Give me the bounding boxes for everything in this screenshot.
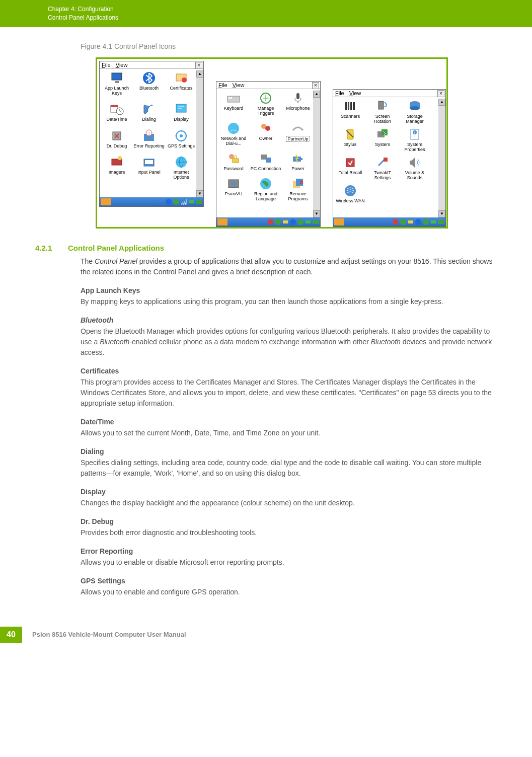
cp-icon-system[interactable]: System — [366, 127, 399, 155]
tray-icon[interactable] — [267, 218, 274, 225]
tray-bluetooth-icon[interactable] — [415, 218, 422, 225]
tray-keyboard-icon[interactable] — [195, 198, 202, 205]
cp-icon-password[interactable]: Password — [217, 152, 250, 176]
cp-icon-storage-manager[interactable]: Storage Manager — [399, 99, 431, 126]
tray-icon[interactable] — [400, 218, 407, 225]
cp-icon-system-properties[interactable]: iSystem Properties — [399, 127, 431, 155]
cp-icon-total-recall[interactable]: Total Recall — [334, 156, 366, 183]
svg-rect-36 — [266, 158, 271, 163]
svg-rect-47 — [283, 220, 288, 223]
menu-view[interactable]: View — [233, 82, 245, 88]
menu-file[interactable]: File — [335, 90, 344, 96]
cp-icon-gps[interactable]: GPS Settings — [165, 129, 197, 155]
cp-icon-imagers[interactable]: Imagers — [101, 155, 133, 186]
tray-icon[interactable] — [297, 218, 304, 225]
cp-icon-pc-connection[interactable]: PC Connection — [250, 152, 282, 176]
cp-icon-owner[interactable]: Owner — [250, 121, 282, 150]
menu-file[interactable]: File — [218, 82, 227, 88]
window-menubar: File View × — [216, 82, 320, 89]
cp-icon-input-panel[interactable]: Input Panel — [133, 155, 165, 186]
cp-icon-wireless-wan[interactable]: Wireless WAN — [334, 184, 366, 206]
item-heading: Error Reporting — [81, 547, 502, 555]
item-body: Allows you to enable or disable Microsof… — [81, 557, 502, 568]
tray-icon[interactable] — [274, 218, 281, 225]
tray-bluetooth-icon[interactable] — [165, 198, 172, 205]
cp-icon-manage-triggers[interactable]: Manage Triggers — [250, 91, 282, 120]
scroll-up-icon[interactable]: ▲ — [438, 99, 445, 106]
tray-battery-icon[interactable] — [430, 218, 437, 225]
cp-icon-display[interactable]: Display — [165, 102, 197, 128]
tray-battery-icon[interactable] — [305, 218, 312, 225]
scroll-down-icon[interactable]: ▼ — [196, 190, 203, 197]
svg-point-22 — [173, 199, 179, 205]
svg-point-32 — [265, 126, 270, 131]
cp-icon-power[interactable]: Power — [282, 152, 314, 176]
item-heading: Bluetooth — [81, 316, 502, 324]
cp-icon-scanners[interactable]: Scanners — [334, 99, 366, 126]
svg-rect-1 — [115, 81, 119, 83]
item-display: Display Changes the display backlight an… — [48, 488, 502, 508]
svg-rect-24 — [196, 200, 202, 204]
cp-icon-microphone[interactable]: Microphone — [282, 91, 314, 120]
section-heading-row: 4.2.1 Control Panel Applications — [48, 244, 502, 252]
debug-icon — [110, 129, 124, 143]
cp-icon-remove-programs[interactable]: Remove Programs — [282, 177, 314, 206]
start-icon[interactable] — [101, 198, 111, 205]
tray-icon[interactable] — [392, 218, 399, 225]
cp-icon-dialing[interactable]: Dialing — [133, 102, 165, 128]
item-heading: App Launch Keys — [81, 286, 502, 294]
scrollbar[interactable]: ▲ ▼ — [438, 99, 445, 217]
close-icon[interactable]: × — [437, 90, 444, 97]
stylus-icon — [343, 127, 357, 141]
cp-icon-datetime[interactable]: Date/Time — [101, 102, 133, 128]
sysprops-icon: i — [408, 127, 422, 141]
cp-icon-stylus[interactable]: Stylus — [334, 127, 366, 155]
globe-icon — [174, 155, 188, 169]
cp-icon-region[interactable]: Region and Language — [250, 177, 282, 206]
tray-keyboard-icon[interactable] — [437, 218, 444, 225]
cp-icon-certificates[interactable]: Certificates — [165, 71, 197, 102]
svg-rect-29 — [296, 93, 299, 99]
menu-view[interactable]: View — [349, 90, 361, 96]
scroll-down-icon[interactable]: ▼ — [313, 210, 320, 217]
cp-icon-psionvu[interactable]: PsionVU — [217, 177, 250, 206]
close-icon[interactable]: × — [312, 82, 319, 89]
svg-rect-52 — [345, 102, 347, 110]
cp-icon-keyboard[interactable]: Keyboard — [217, 91, 250, 120]
tray-signal-icon[interactable] — [180, 198, 187, 205]
cp-icon-drdebug[interactable]: Dr. Debug — [101, 129, 133, 155]
scrollbar[interactable]: ▲ ▼ — [313, 91, 320, 217]
scroll-up-icon[interactable]: ▲ — [313, 91, 320, 98]
cp-icon-partnerup[interactable]: PartnerUp — [282, 121, 314, 150]
svg-rect-69 — [334, 218, 344, 225]
scrollbar[interactable]: ▲ ▼ — [196, 70, 203, 197]
cp-icon-app-launch-keys[interactable]: App Launch Keys — [101, 71, 133, 102]
cp-icon-volume[interactable]: Volume & Sounds — [399, 156, 431, 183]
tray-icon[interactable] — [407, 218, 414, 225]
tray-icon[interactable] — [422, 218, 429, 225]
cp-icon-tweakit[interactable]: TweakIT Settings — [366, 156, 399, 183]
cp-icon-error-reporting[interactable]: !Error Reporting — [133, 129, 165, 155]
menu-view[interactable]: View — [116, 62, 128, 68]
cp-icon-screen-rotation[interactable]: Screen Rotation — [366, 99, 399, 126]
menu-file[interactable]: File — [102, 62, 111, 68]
rotation-icon — [375, 99, 390, 113]
cp-icon-bluetooth[interactable]: Bluetooth — [133, 71, 165, 102]
bluetooth-icon — [142, 71, 156, 85]
icon-grid-2: Keyboard Manage Triggers Microphone Netw… — [216, 89, 320, 209]
scroll-up-icon[interactable]: ▲ — [196, 70, 203, 78]
tray-battery-icon[interactable] — [188, 198, 195, 205]
svg-point-68 — [345, 185, 356, 196]
start-icon[interactable] — [217, 218, 227, 225]
tray-bluetooth-icon[interactable] — [289, 218, 296, 225]
tray-keyboard-icon[interactable] — [312, 218, 319, 225]
cp-icon-internet-options[interactable]: Internet Options — [165, 155, 197, 186]
trigger-icon — [259, 91, 273, 105]
svg-point-59 — [410, 106, 420, 110]
tray-network-icon[interactable] — [173, 198, 180, 205]
start-icon[interactable] — [334, 218, 344, 225]
close-icon[interactable]: × — [195, 62, 202, 69]
tray-icon[interactable] — [282, 218, 289, 225]
cp-icon-network[interactable]: Network and Dial-u... — [217, 121, 250, 150]
scroll-down-icon[interactable]: ▼ — [438, 210, 445, 217]
